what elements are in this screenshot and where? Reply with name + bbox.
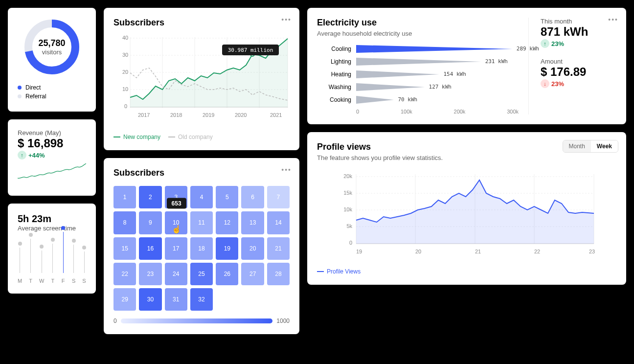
electricity-bars: Cooling289 kWhLighting231 kWhHeating154 … <box>317 45 519 104</box>
dash-icon <box>317 271 324 272</box>
heatmap-cell[interactable]: 31 <box>165 288 187 311</box>
heatmap-cell[interactable]: 32 <box>190 288 213 311</box>
toggle-month[interactable]: Month <box>563 140 591 152</box>
svg-text:30: 30 <box>122 52 128 58</box>
pin-ball-icon <box>82 246 86 250</box>
svg-text:20k: 20k <box>343 173 352 179</box>
more-icon[interactable]: ••• <box>608 16 618 23</box>
electricity-xaxis: 0100k200k300k <box>356 109 519 114</box>
day-label: T <box>51 278 54 284</box>
visitors-legend: Direct Referral <box>18 82 86 102</box>
svg-text:2019: 2019 <box>203 112 214 118</box>
subscribers-line-title: Subscribers <box>113 18 290 28</box>
row-value: 70 kWh <box>398 96 417 103</box>
heatmap-cell[interactable]: 25 <box>190 263 213 285</box>
range-toggle[interactable]: Month Week <box>563 140 619 153</box>
heatmap-cell[interactable]: 1 <box>113 186 136 208</box>
heatmap-cell[interactable]: 11 <box>190 211 213 234</box>
more-icon[interactable]: ••• <box>281 16 292 23</box>
svg-text:0: 0 <box>349 240 352 246</box>
heatmap-cell[interactable]: 3 <box>165 186 187 208</box>
day-pin[interactable]: S <box>82 246 86 284</box>
heatmap-cell[interactable]: 16 <box>139 237 161 260</box>
heatmap-cell[interactable]: 21 <box>267 237 290 260</box>
heatmap-cell[interactable]: 19 <box>216 237 238 260</box>
svg-text:2020: 2020 <box>235 112 247 118</box>
heatmap-cell[interactable]: 29 <box>113 288 136 311</box>
heatmap-cell[interactable]: 23 <box>139 263 161 285</box>
heatmap-cell[interactable]: 26 <box>216 263 238 285</box>
svg-marker-30 <box>356 96 394 104</box>
electricity-row: Cooling289 kWh <box>317 45 519 53</box>
day-pin[interactable]: M <box>18 242 22 284</box>
row-value: 231 kWh <box>485 58 508 65</box>
heatmap-cell[interactable]: 2 <box>139 186 161 208</box>
heatmap-cell[interactable]: 6 <box>241 186 264 208</box>
row-label: Lighting <box>317 58 351 65</box>
heatmap-cell[interactable]: 20 <box>241 237 264 260</box>
heatmap-scale: 0 1000 <box>113 318 290 324</box>
subscribers-line-legend: New company Old company <box>113 134 290 140</box>
svg-text:15k: 15k <box>343 190 352 196</box>
svg-text:20: 20 <box>122 69 128 75</box>
month-value: 871 kWh <box>541 25 616 39</box>
pin-ball-icon <box>40 245 44 249</box>
amount-delta: ↓23% <box>541 79 564 88</box>
day-label: M <box>18 278 22 284</box>
heatmap-cell[interactable]: 17 <box>165 237 187 260</box>
screen-time-value: 5h 23m <box>18 213 86 225</box>
day-pin[interactable]: T <box>51 238 55 284</box>
heatmap-cell[interactable]: 13 <box>241 211 264 234</box>
heatmap-cell[interactable]: 22 <box>113 263 136 285</box>
electricity-row: Lighting231 kWh <box>317 58 519 66</box>
row-value: 154 kWh <box>443 71 466 77</box>
dot-icon <box>18 86 22 90</box>
heatmap-cell[interactable]: 8 <box>113 211 136 234</box>
heatmap-cell[interactable]: 18 <box>190 237 213 260</box>
profile-views-chart: 20k15k10k5k0 1920212223 <box>317 169 616 262</box>
day-pin[interactable]: S <box>72 239 76 284</box>
pin-ball-icon <box>29 233 33 237</box>
svg-text:40: 40 <box>122 35 128 41</box>
svg-marker-27 <box>356 58 481 66</box>
heatmap-cell[interactable]: 4 <box>190 186 213 208</box>
heatmap-cell[interactable]: 30 <box>139 288 161 311</box>
row-label: Cooking <box>317 96 351 103</box>
heatmap-cell[interactable]: 7 <box>267 186 290 208</box>
dot-icon <box>18 94 22 98</box>
day-pin[interactable]: F <box>61 226 65 284</box>
toggle-week[interactable]: Week <box>591 140 618 152</box>
pin-ball-icon <box>72 239 76 243</box>
svg-text:0: 0 <box>124 103 127 109</box>
electricity-subtitle: Average household electricity use <box>317 30 519 37</box>
electricity-title: Electricity use <box>317 18 519 28</box>
arrow-down-icon: ↓ <box>541 79 549 88</box>
svg-text:21: 21 <box>475 249 481 254</box>
heatmap-cell[interactable]: 12 <box>216 211 238 234</box>
amount-value: $ 176.89 <box>541 65 616 79</box>
subscribers-heatmap[interactable]: 12345678910653☝1112131415161718192021222… <box>113 186 290 311</box>
day-pin[interactable]: W <box>39 245 44 284</box>
month-delta: ↑23% <box>541 39 564 48</box>
subscribers-line-card: ••• Subscribers 403020100 30.987 million… <box>104 8 299 150</box>
amount-label: Amount <box>541 58 616 65</box>
heatmap-cell[interactable]: 24 <box>165 263 187 285</box>
visitors-label: visitors <box>42 48 62 56</box>
visitors-card: 25,780 visitors Direct Referral <box>8 8 96 112</box>
heatmap-cell[interactable]: 14 <box>267 211 290 234</box>
svg-text:5k: 5k <box>346 223 352 229</box>
svg-text:23: 23 <box>589 249 595 254</box>
day-pin[interactable]: T <box>29 233 33 284</box>
heatmap-cell[interactable]: 28 <box>267 263 290 285</box>
heatmap-cell[interactable]: 5 <box>216 186 238 208</box>
revenue-value: $ 16,898 <box>18 136 86 150</box>
profile-subtitle: The feature shows you profile view stati… <box>317 154 616 161</box>
more-icon[interactable]: ••• <box>281 166 292 174</box>
heatmap-cell[interactable]: 27 <box>241 263 264 285</box>
svg-text:22: 22 <box>534 249 540 254</box>
revenue-delta: ↑+44% <box>18 151 45 159</box>
pin-ball-icon <box>51 238 55 242</box>
heatmap-cell[interactable]: 15 <box>113 237 136 260</box>
heatmap-cell[interactable]: 9 <box>139 211 161 234</box>
pin-ball-icon <box>61 226 65 230</box>
